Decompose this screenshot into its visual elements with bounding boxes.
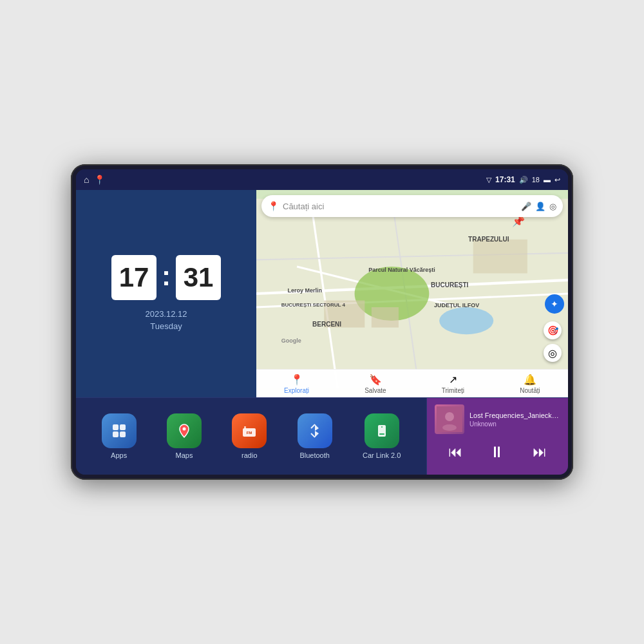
clock-weekday: Tuesday	[145, 320, 187, 333]
map-bottom-nav: 📍 Explorați 🔖 Salvate ↗ Trimiteți 🔔	[256, 369, 568, 397]
map-search-placeholder[interactable]: Căutați aici	[283, 202, 517, 211]
car-display-device: ⌂ 📍 ▽ 17:31 🔊 18 ▬ ↩ 17 :	[71, 164, 573, 480]
map-nav-explorati[interactable]: 📍 Explorați	[284, 374, 309, 394]
maps-icon[interactable]: 📍	[94, 175, 105, 185]
map-navigate-button[interactable]: ✦	[545, 294, 564, 314]
svg-rect-13	[120, 424, 126, 430]
music-thumbnail	[435, 404, 464, 434]
clock-minute: 31	[176, 255, 221, 300]
clock-digits: 17 : 31	[111, 255, 221, 300]
svg-point-22	[381, 426, 383, 428]
battery-level: 18	[532, 176, 540, 184]
clock-hour: 17	[111, 255, 156, 300]
battery-icon: ▬	[544, 176, 551, 184]
map-nav-trimiteti[interactable]: ↗ Trimiteți	[442, 374, 464, 394]
svg-rect-14	[113, 431, 118, 437]
map-nav-noutati-label: Noutăți	[520, 387, 540, 394]
map-search-pin-icon: 📍	[268, 201, 279, 211]
app-label-apps: Apps	[111, 451, 127, 459]
clock-panel: 17 : 31 2023.12.12 Tuesday	[76, 190, 256, 397]
status-bar-right: ▽ 17:31 🔊 18 ▬ ↩	[486, 175, 560, 184]
app-icon-radio: FM	[232, 413, 267, 448]
map-layers-icon[interactable]: ◎	[549, 202, 556, 211]
svg-rect-10	[372, 307, 399, 328]
map-label-berceni: BERCENI	[312, 321, 341, 328]
svg-text:FM: FM	[247, 431, 252, 435]
music-prev-button[interactable]: ⏮	[443, 441, 468, 463]
map-label-google: Google	[281, 337, 301, 344]
device-screen: ⌂ 📍 ▽ 17:31 🔊 18 ▬ ↩ 17 :	[76, 169, 568, 475]
svg-rect-12	[113, 424, 118, 430]
map-locate-button[interactable]: 🎯	[544, 321, 562, 339]
status-time: 17:31	[495, 175, 515, 184]
top-section: 17 : 31 2023.12.12 Tuesday	[76, 190, 568, 397]
status-bar: ⌂ 📍 ▽ 17:31 🔊 18 ▬ ↩	[76, 169, 568, 190]
map-compass-button[interactable]: ◎	[544, 344, 562, 362]
svg-rect-15	[120, 431, 126, 437]
map-nav-trimiteti-icon: ↗	[449, 374, 457, 386]
map-label-bucuresti: BUCUREȘTI	[431, 281, 468, 289]
svg-point-16	[182, 428, 185, 431]
map-panel[interactable]: 📍 Căutați aici 🎤 👤 ◎ TRAPEZULUI BUCUREȘT…	[256, 190, 568, 397]
music-panel: Lost Frequencies_Janieck Devy-... Unknow…	[426, 398, 568, 475]
map-search-right-icons: 🎤 👤 ◎	[521, 202, 556, 211]
map-nav-noutati-icon: 🔔	[524, 374, 536, 386]
svg-rect-11	[473, 240, 527, 274]
map-nav-noutati[interactable]: 🔔 Noutăți	[520, 374, 540, 394]
map-search-bar[interactable]: 📍 Căutați aici 🎤 👤 ◎	[261, 195, 563, 217]
app-item-maps[interactable]: Maps	[167, 413, 202, 459]
music-controls: ⏮ ⏸ ⏭	[435, 440, 560, 464]
svg-rect-19	[244, 426, 246, 429]
bottom-section: Apps Maps	[76, 397, 568, 475]
map-nav-salvate[interactable]: 🔖 Salvate	[365, 374, 386, 394]
app-label-bluetooth: Bluetooth	[299, 451, 329, 459]
music-track-info: Lost Frequencies_Janieck Devy-... Unknow…	[435, 404, 560, 434]
app-item-apps[interactable]: Apps	[102, 413, 137, 459]
clock-colon: :	[162, 261, 171, 292]
map-nav-explorati-icon: 📍	[290, 374, 303, 386]
signal-icon: ▽	[486, 176, 491, 184]
clock-date-text: 2023.12.12	[145, 308, 187, 321]
back-icon[interactable]: ↩	[554, 176, 560, 184]
app-icon-bluetooth	[298, 413, 332, 448]
svg-point-8	[439, 307, 493, 334]
map-account-icon[interactable]: 👤	[535, 202, 545, 211]
app-label-carlink: Car Link 2.0	[363, 451, 401, 459]
music-title: Lost Frequencies_Janieck Devy-...	[469, 412, 560, 419]
map-nav-trimiteti-label: Trimiteți	[442, 387, 464, 394]
clock-date: 2023.12.12 Tuesday	[145, 308, 187, 333]
map-label-ilfov: JUDEȚUL ILFOV	[434, 302, 479, 308]
app-label-maps: Maps	[176, 451, 193, 459]
map-mic-icon[interactable]: 🎤	[521, 202, 531, 211]
app-item-carlink[interactable]: Car Link 2.0	[363, 413, 401, 459]
map-nav-explorati-label: Explorați	[284, 387, 309, 394]
map-label-sector4: BUCUREȘTI SECTORUL 4	[281, 302, 345, 308]
svg-point-25	[442, 424, 457, 431]
svg-rect-21	[379, 433, 384, 435]
music-text: Lost Frequencies_Janieck Devy-... Unknow…	[469, 412, 560, 428]
map-label-trapezului: TRAPEZULUI	[468, 236, 509, 243]
map-nav-salvate-icon: 🔖	[369, 374, 382, 386]
app-icon-apps	[102, 413, 137, 448]
app-label-radio: radio	[242, 451, 257, 459]
music-play-button[interactable]: ⏸	[484, 440, 510, 464]
map-label-parc: Parcul Natural Văcărești	[368, 267, 435, 273]
svg-point-24	[445, 412, 454, 421]
apps-row: Apps Maps	[76, 398, 426, 475]
music-artist: Unknown	[469, 421, 560, 428]
app-icon-carlink	[365, 413, 399, 448]
volume-icon: 🔊	[519, 176, 528, 184]
map-nav-salvate-label: Salvate	[365, 387, 386, 394]
home-icon[interactable]: ⌂	[84, 175, 89, 185]
app-item-bluetooth[interactable]: Bluetooth	[298, 413, 332, 459]
main-content: 17 : 31 2023.12.12 Tuesday	[76, 190, 568, 475]
app-item-radio[interactable]: FM radio	[232, 413, 267, 459]
status-bar-left: ⌂ 📍	[84, 175, 105, 185]
app-icon-maps	[167, 413, 202, 448]
music-next-button[interactable]: ⏭	[527, 441, 552, 463]
map-label-leroy: Leroy Merlin	[287, 287, 322, 294]
